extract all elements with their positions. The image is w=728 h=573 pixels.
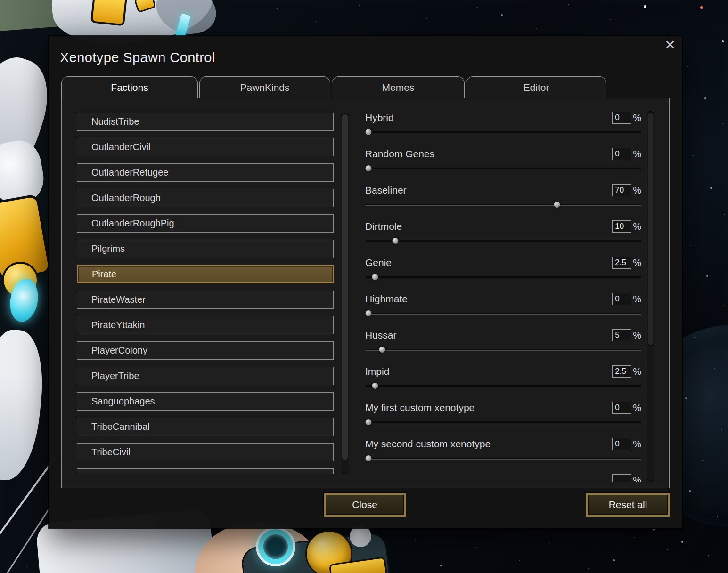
- percent-value-input[interactable]: 0: [612, 293, 631, 305]
- xenotype-slider-track[interactable]: [365, 347, 641, 353]
- tab-editor[interactable]: Editor: [466, 76, 606, 98]
- xenotype-slider-row: My first custom xenotype 0 %: [365, 401, 641, 426]
- percent-sign: %: [633, 294, 641, 305]
- value-wrap: 0 %: [612, 112, 641, 124]
- xenotype-slider-track[interactable]: [365, 129, 641, 135]
- xenotype-slider-track[interactable]: [365, 274, 641, 280]
- slider-handle[interactable]: [366, 165, 372, 171]
- xenotype-slider-track[interactable]: [365, 310, 641, 316]
- close-button[interactable]: Close: [324, 493, 406, 517]
- slider-handle[interactable]: [372, 383, 378, 389]
- slider-handle[interactable]: [372, 274, 378, 280]
- xenotype-slider-track[interactable]: [365, 419, 641, 425]
- slider-handle[interactable]: [366, 129, 372, 135]
- slider-head: %: [365, 474, 641, 482]
- slider-head: Impid 2.5 %: [365, 365, 641, 378]
- slider-head: Hussar 5 %: [365, 329, 641, 342]
- faction-list-item[interactable]: [77, 468, 334, 474]
- faction-list-scrollbar[interactable]: [341, 113, 349, 474]
- xenotype-name-label: Baseliner: [365, 185, 407, 196]
- faction-list-item[interactable]: OutlanderRough: [77, 189, 334, 207]
- character-gold-crown: [90, 0, 127, 26]
- faction-list-item[interactable]: NudistTribe: [77, 113, 334, 131]
- xenotype-slider-row: My second custom xenotype 0 %: [365, 437, 641, 462]
- faction-list-item[interactable]: Pirate: [77, 265, 334, 283]
- reset-all-button[interactable]: Reset all: [586, 493, 670, 517]
- faction-label: TribeCannibal: [91, 421, 150, 432]
- percent-sign: %: [633, 330, 641, 341]
- faction-label: Sanguophages: [91, 396, 155, 407]
- faction-list-item[interactable]: TribeCivil: [77, 443, 334, 461]
- xenotype-slider-track[interactable]: [365, 238, 641, 244]
- xenotype-slider-track[interactable]: [365, 383, 641, 389]
- faction-list-item[interactable]: PirateWaster: [77, 291, 334, 309]
- value-wrap: 70 %: [612, 184, 641, 196]
- faction-list-item[interactable]: PlayerColony: [77, 341, 334, 360]
- xenotype-slider-track[interactable]: [365, 202, 641, 208]
- percent-value-input[interactable]: 70: [612, 184, 631, 196]
- value-wrap: 0 %: [612, 402, 641, 414]
- slider-handle[interactable]: [379, 347, 385, 353]
- xenotype-name-label: My second custom xenotype: [365, 438, 491, 450]
- tab-label: PawnKinds: [240, 82, 289, 93]
- faction-list-item[interactable]: OutlanderRoughPig: [77, 214, 334, 233]
- close-icon[interactable]: ✕: [662, 37, 679, 54]
- value-wrap: 2.5 %: [612, 257, 641, 269]
- slider-head: My second custom xenotype 0 %: [365, 437, 641, 451]
- tab-pawnkinds[interactable]: PawnKinds: [199, 76, 330, 98]
- xenotype-slider-track[interactable]: [365, 165, 641, 171]
- percent-value-input[interactable]: 10: [612, 220, 631, 233]
- slider-head: Hybrid 0 %: [365, 111, 641, 124]
- percent-sign: %: [633, 258, 641, 268]
- tab-label: Factions: [111, 82, 148, 93]
- slider-head: Baseliner 70 %: [365, 184, 641, 197]
- faction-list-item[interactable]: TribeCannibal: [77, 418, 334, 436]
- tab-factions[interactable]: Factions: [61, 76, 198, 98]
- xenotype-slider-row: Hussar 5 %: [365, 329, 641, 353]
- percent-value-input[interactable]: 0: [612, 148, 631, 160]
- tab-memes[interactable]: Memes: [332, 76, 465, 98]
- xenotype-slider-row: Dirtmole 10 %: [365, 220, 641, 244]
- faction-label: Pilgrims: [91, 243, 125, 254]
- xenotype-name-label: Dirtmole: [365, 221, 402, 232]
- faction-label: PirateYttakin: [91, 320, 145, 331]
- tab-label: Editor: [524, 82, 549, 93]
- slider-handle[interactable]: [554, 202, 560, 208]
- percent-sign: %: [633, 366, 641, 377]
- xenotype-slider-track[interactable]: [365, 455, 641, 461]
- slider-list-scrollbar[interactable]: [647, 111, 654, 482]
- xenotype-name-label: Hussar: [365, 330, 397, 341]
- faction-list-item[interactable]: Pilgrims: [77, 240, 334, 258]
- percent-sign: %: [633, 185, 641, 196]
- slider-handle[interactable]: [393, 238, 399, 244]
- percent-sign: %: [633, 221, 641, 232]
- xenotype-slider-row: Genie 2.5 %: [365, 256, 641, 281]
- percent-value-input[interactable]: 0: [612, 402, 631, 414]
- percent-value-input[interactable]: 2.5: [612, 257, 631, 269]
- faction-list-item[interactable]: OutlanderRefugee: [77, 163, 334, 182]
- faction-label: PlayerColony: [91, 345, 147, 356]
- tab-bar: Factions PawnKinds Memes Editor: [61, 76, 606, 98]
- faction-list-item[interactable]: PlayerTribe: [77, 367, 334, 385]
- slider-handle[interactable]: [366, 310, 372, 316]
- slider-handle[interactable]: [366, 419, 372, 425]
- xenotype-name-label: My first custom xenotype: [365, 402, 474, 413]
- xenotype-slider-row: Highmate 0 %: [365, 292, 641, 317]
- faction-label: PlayerTribe: [91, 371, 139, 381]
- faction-list-item[interactable]: PirateYttakin: [77, 316, 334, 334]
- percent-value-input[interactable]: 2.5: [612, 365, 631, 378]
- scrollbar-thumb[interactable]: [342, 113, 348, 460]
- scrollbar-thumb[interactable]: [648, 112, 653, 346]
- percent-value-input[interactable]: 0: [612, 112, 631, 124]
- percent-value-input[interactable]: [612, 474, 631, 482]
- percent-value-input[interactable]: 5: [612, 329, 631, 341]
- faction-list-item[interactable]: OutlanderCivil: [77, 138, 334, 156]
- slider-head: Dirtmole 10 %: [365, 220, 641, 233]
- value-wrap: 0 %: [612, 293, 641, 305]
- percent-value-input[interactable]: 0: [612, 438, 631, 450]
- slider-handle[interactable]: [366, 455, 372, 461]
- xenotype-name-label: Hybrid: [365, 112, 394, 123]
- value-wrap: 0 %: [612, 438, 641, 450]
- window-title: Xenotype Spawn Control: [60, 50, 215, 65]
- faction-list-item[interactable]: Sanguophages: [77, 392, 334, 411]
